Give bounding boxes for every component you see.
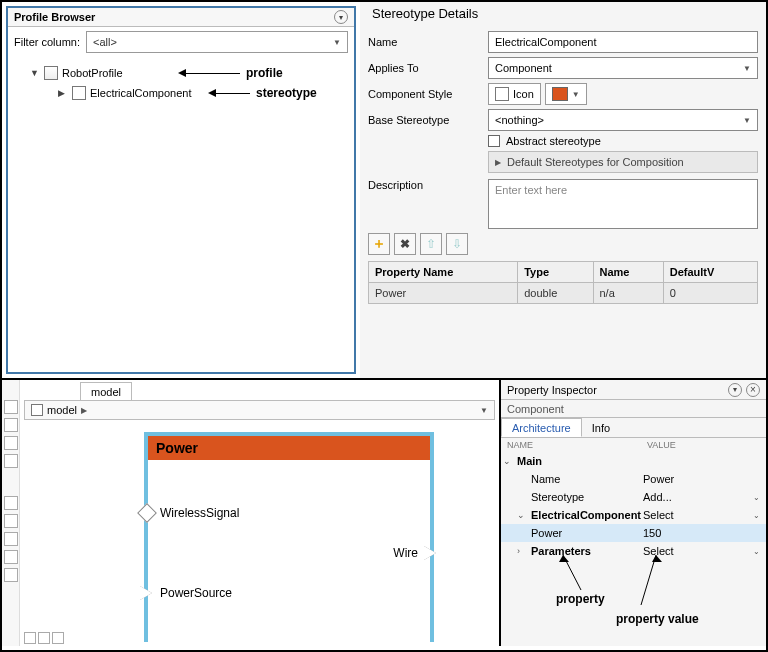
status-icon[interactable] [52, 632, 64, 644]
tool-icon[interactable] [4, 436, 18, 450]
appliesto-value: Component [495, 62, 552, 74]
tool-icon[interactable] [4, 568, 18, 582]
default-stereo-expander[interactable]: ▶ Default Stereotypes for Composition [488, 151, 758, 173]
prop-name-value: Power [643, 473, 674, 485]
port-label: Wire [393, 546, 418, 560]
model-canvas[interactable]: Power WirelessSignal Wire PowerSource [24, 424, 495, 642]
chevron-right-icon: ▶ [81, 406, 87, 415]
moveup-button[interactable]: ⇧ [420, 233, 442, 255]
cell-propname: Power [369, 283, 518, 304]
basestereo-value: <nothing> [495, 114, 544, 126]
chevron-right-icon: › [517, 546, 527, 556]
name-label: Name [368, 36, 488, 48]
description-textarea[interactable]: Enter text here [488, 179, 758, 229]
expander-icon[interactable]: ▶ [58, 88, 68, 98]
component-block-power[interactable]: Power WirelessSignal Wire PowerSource [144, 432, 434, 642]
prop-group-main[interactable]: ⌄Main [501, 452, 766, 470]
col-name[interactable]: Name [593, 262, 663, 283]
port-wire[interactable]: Wire [393, 546, 438, 560]
inspector-title: Property Inspector [507, 384, 597, 396]
panel-options-icon[interactable]: ▾ [728, 383, 742, 397]
annotation-arrow-icon [180, 73, 240, 74]
port-label: PowerSource [160, 586, 232, 600]
table-row[interactable]: Power double n/a 0 [369, 283, 758, 304]
filter-column-label: Filter column: [14, 36, 80, 48]
appliesto-label: Applies To [368, 62, 488, 74]
profile-browser-panel: Profile Browser ▾ Filter column: <all> ▼… [6, 6, 356, 374]
group-param-label: Parameters [531, 545, 591, 557]
prop-row-name[interactable]: Name Power [501, 470, 766, 488]
canvas-toolbar [2, 380, 20, 646]
name-value: ElectricalComponent [495, 36, 597, 48]
prop-row-power[interactable]: Power 150 [501, 524, 766, 542]
port-wirelesssignal[interactable]: WirelessSignal [140, 506, 239, 520]
tool-icon[interactable] [4, 550, 18, 564]
inspector-subtitle: Component [507, 403, 564, 415]
tab-info[interactable]: Info [582, 418, 620, 437]
basestereo-select[interactable]: <nothing> ▼ [488, 109, 758, 131]
icon-style-chip[interactable]: Icon [488, 83, 541, 105]
appliesto-select[interactable]: Component ▼ [488, 57, 758, 79]
tool-icon[interactable] [4, 418, 18, 432]
prop-row-stereotype[interactable]: Stereotype Add...⌄ [501, 488, 766, 506]
component-icon [495, 87, 509, 101]
tool-icon[interactable] [4, 496, 18, 510]
x-icon: ✖ [400, 237, 410, 251]
status-icon[interactable] [24, 632, 36, 644]
group-elec-label: ElectricalComponent [531, 509, 641, 521]
filter-column-value: <all> [93, 36, 117, 48]
prop-power-label: Power [531, 527, 562, 539]
chevron-down-icon[interactable]: ▼ [480, 406, 488, 415]
name-input[interactable]: ElectricalComponent [488, 31, 758, 53]
add-property-button[interactable]: ＋ [368, 233, 390, 255]
prop-name-label: Name [531, 473, 560, 485]
port-out-icon [424, 546, 436, 560]
description-placeholder: Enter text here [495, 184, 567, 196]
expander-icon[interactable]: ▼ [30, 68, 40, 78]
chevron-down-icon: ▼ [743, 64, 751, 73]
filter-column-select[interactable]: <all> ▼ [86, 31, 348, 53]
stereotype-icon [72, 86, 86, 100]
status-bar-icons [24, 632, 64, 644]
prop-stereo-value: Add... [643, 491, 672, 503]
movedown-button[interactable]: ⇩ [446, 233, 468, 255]
tool-icon[interactable] [4, 532, 18, 546]
color-picker[interactable]: ▼ [545, 83, 587, 105]
col-propname[interactable]: Property Name [369, 262, 518, 283]
abstract-checkbox[interactable] [488, 135, 500, 147]
chevron-down-icon: ▼ [572, 90, 580, 99]
tool-icon[interactable] [4, 400, 18, 414]
group-param-value: Select [643, 545, 674, 557]
prop-group-electrical[interactable]: ⌄ElectricalComponent Select⌄ [501, 506, 766, 524]
profile-browser-title: Profile Browser [14, 11, 95, 23]
panel-options-icon[interactable]: ▾ [334, 10, 348, 24]
componentstyle-label: Component Style [368, 88, 488, 100]
tab-architecture[interactable]: Architecture [501, 418, 582, 437]
port-label: WirelessSignal [160, 506, 239, 520]
annotation-stereotype: stereotype [256, 86, 317, 100]
prop-power-value: 150 [643, 527, 661, 539]
prop-group-parameters[interactable]: ›Parameters Select⌄ [501, 542, 766, 560]
annotation-arrow-icon [210, 93, 250, 94]
cell-name: n/a [593, 283, 663, 304]
col-type[interactable]: Type [518, 262, 593, 283]
delete-property-button[interactable]: ✖ [394, 233, 416, 255]
tool-icon[interactable] [4, 454, 18, 468]
col-name-header: NAME [507, 440, 647, 450]
properties-table: Property Name Type Name DefaultV Power d… [368, 261, 758, 304]
svg-line-2 [641, 555, 656, 605]
profile-icon [44, 66, 58, 80]
group-main-label: Main [517, 455, 542, 467]
abstract-label: Abstract stereotype [506, 135, 601, 147]
breadcrumb[interactable]: model [47, 404, 77, 416]
chevron-down-icon: ⌄ [753, 547, 760, 556]
canvas-tab-model[interactable]: model [80, 382, 132, 400]
svg-line-0 [563, 555, 581, 590]
tool-icon[interactable] [4, 514, 18, 528]
status-icon[interactable] [38, 632, 50, 644]
arrow-up-icon: ⇧ [426, 237, 436, 251]
close-icon[interactable]: × [746, 383, 760, 397]
port-powersource[interactable]: PowerSource [140, 586, 232, 600]
col-default[interactable]: DefaultV [663, 262, 757, 283]
tree-label-stereotype: ElectricalComponent [90, 87, 192, 99]
